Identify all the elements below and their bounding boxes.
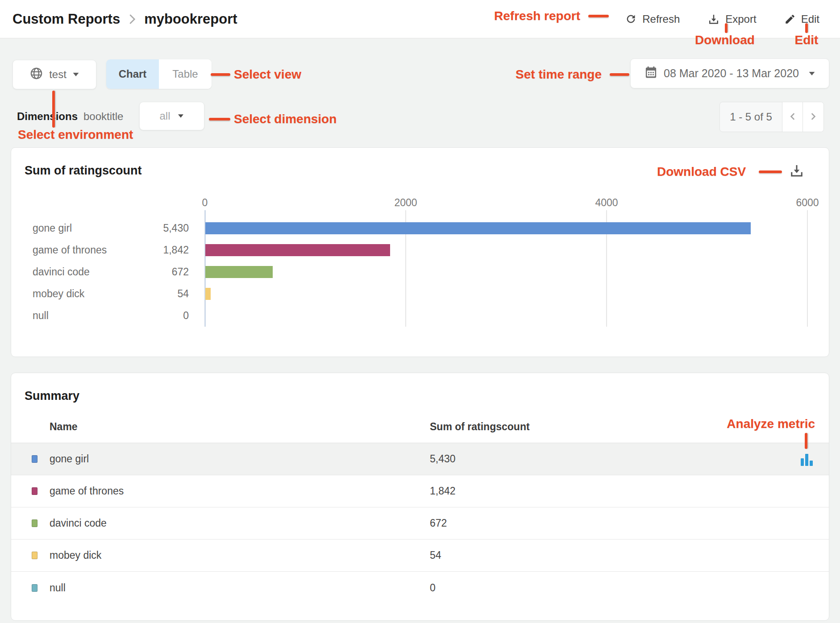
column-header-value: Sum of ratingscount [430,421,530,433]
table-row[interactable]: davinci code672 [11,507,829,540]
globe-icon [29,66,43,83]
pagination-range-text: 1 - 5 of 5 [720,102,782,132]
download-icon [707,13,720,25]
pagination-next-button[interactable] [803,102,823,132]
chevron-right-icon [127,13,137,25]
chart-category-value: 0 [150,310,189,322]
environment-value: test [49,68,67,81]
chart-bar-mobey-dick[interactable] [205,288,211,300]
breadcrumb-current: mybookreport [144,11,237,27]
plot-area [205,217,807,327]
annotation-line [759,170,782,173]
download-csv-button[interactable] [788,162,806,180]
edit-pencil-icon [784,13,796,25]
summary-table-body: gone girl5,430game of thrones1,842davinc… [11,443,829,604]
caret-down-icon [178,114,183,118]
chart-bar-row [205,239,807,261]
view-toggle-table[interactable]: Table [159,59,212,89]
bar-chart: 0200040006000 gone girl5,430game of thro… [33,195,807,327]
column-header-name: Name [11,421,78,433]
refresh-label: Refresh [642,13,680,25]
dimension-name: booktitle [83,110,123,123]
legend-color-swatch [32,552,37,559]
refresh-icon [625,13,637,25]
annotation-line [805,23,808,33]
annotation-analyze-metric: Analyze metric [727,417,815,431]
table-row[interactable]: null0 [11,572,829,604]
breadcrumb-root[interactable]: Custom Reports [12,11,120,27]
row-value: 672 [430,517,447,529]
x-axis: 0200040006000 [205,195,807,217]
bar-chart-icon[interactable] [801,454,813,466]
summary-card: Summary Name Sum of ratingscount gone gi… [11,373,829,621]
caret-down-icon [809,72,815,75]
calendar-icon [644,65,658,82]
chart-category-value: 5,430 [150,222,189,234]
row-name: davinci code [50,517,107,529]
chart-bar-davinci-code[interactable] [205,266,273,278]
download-csv-icon [789,162,805,180]
chart-bar-gone-girl[interactable] [205,222,751,234]
chart-category-value: 672 [150,266,189,278]
date-range-picker[interactable]: 08 Mar 2020 - 13 Mar 2020 [630,58,829,88]
row-value: 5,430 [430,453,456,465]
annotation-download: Download [682,33,768,47]
pagination-buttons [782,102,823,132]
annotation-select-view: Select view [234,67,301,82]
chart-category-label: game of thrones [33,244,150,256]
annotation-refresh-report: Refresh report [494,9,580,23]
x-axis-tick-4000: 4000 [595,197,618,209]
chart-bar-row [205,283,807,305]
legend-color-swatch [32,519,37,527]
environment-dropdown[interactable]: test [12,60,96,89]
breadcrumb: Custom Reports mybookreport [12,11,237,27]
page: Custom Reports mybookreport Refresh Expo… [0,0,840,623]
chart-category-row: davinci code672 [33,261,205,283]
chart-category-label: davinci code [33,266,150,278]
dimension-filter-value: all [159,110,170,122]
edit-label: Edit [801,13,819,25]
chart-category-value: 1,842 [150,244,189,256]
chart-title: Sum of ratingscount [25,164,142,178]
annotation-select-dimension: Select dimension [234,112,337,126]
row-name: null [50,582,66,594]
date-range-value: 08 Mar 2020 - 13 Mar 2020 [664,67,799,80]
legend-color-swatch [32,584,37,592]
dimension-filter-dropdown[interactable]: all [139,102,204,130]
annotation-line [610,73,629,76]
row-name: game of thrones [50,485,124,497]
view-toggle: ChartTable [106,59,212,89]
row-value: 1,842 [430,485,456,497]
annotation-edit: Edit [784,33,829,47]
table-row[interactable]: mobey dick54 [11,540,829,572]
category-column: gone girl5,430game of thrones1,842davinc… [33,217,205,327]
row-value: 54 [430,549,441,561]
chart-bar-game-of-thrones[interactable] [205,244,390,256]
edit-button[interactable]: Edit [784,13,819,25]
chart-bar-row [205,305,807,327]
legend-color-swatch [32,487,37,495]
annotation-line [209,118,230,120]
refresh-button[interactable]: Refresh [625,13,680,25]
chart-category-row: null0 [33,305,205,327]
export-button[interactable]: Export [707,13,756,25]
caret-down-icon [73,73,79,76]
x-axis-tick-0: 0 [202,197,208,209]
pagination-prev-button[interactable] [782,102,803,132]
export-label: Export [725,13,756,25]
chart-body: gone girl5,430game of thrones1,842davinc… [33,217,807,327]
summary-table: Name Sum of ratingscount gone girl5,430g… [11,411,829,604]
table-row[interactable]: gone girl5,430 [11,443,829,475]
table-row[interactable]: game of thrones1,842 [11,475,829,507]
chart-category-value: 54 [150,288,189,300]
row-name: gone girl [50,453,89,465]
summary-title: Summary [25,389,79,403]
chevron-left-icon [787,111,798,123]
summary-table-header: Name Sum of ratingscount [11,411,829,443]
annotation-set-time-range: Set time range [516,67,602,82]
annotation-line [805,433,807,449]
chart-bar-row [205,217,807,239]
x-axis-tick-2000: 2000 [394,197,417,209]
view-toggle-chart[interactable]: Chart [106,59,159,89]
chart-category-label: gone girl [33,222,150,234]
